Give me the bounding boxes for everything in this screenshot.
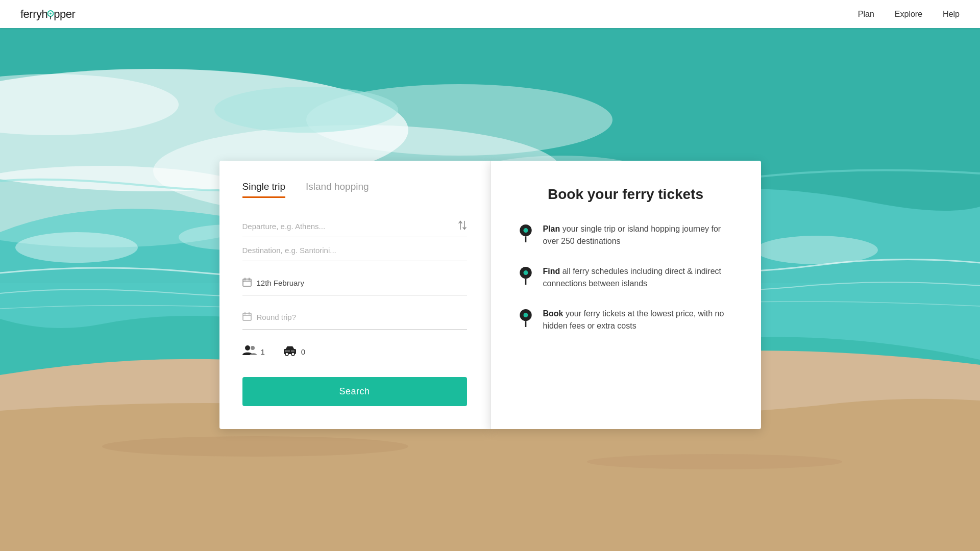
- swap-icon: [458, 219, 467, 231]
- pin-find-icon: [519, 266, 533, 285]
- info-item-find: Find all ferry schedules including direc…: [519, 265, 733, 290]
- departure-input[interactable]: [242, 216, 467, 237]
- departure-date-value: 12th February: [257, 279, 304, 287]
- return-date-placeholder: Round trip?: [257, 313, 297, 321]
- info-item-plan: Plan your single trip or island hopping …: [519, 223, 733, 247]
- info-desc-book: your ferry tickets at the lowest price, …: [543, 309, 724, 330]
- passengers-selector[interactable]: 1: [242, 345, 265, 359]
- destination-group: [242, 240, 467, 261]
- calendar-icon: [242, 278, 252, 289]
- svg-point-24: [285, 353, 288, 356]
- passengers-count: 1: [261, 347, 265, 356]
- svg-point-32: [523, 270, 528, 275]
- info-desc-find: all ferry schedules including direct & i…: [543, 267, 721, 288]
- svg-rect-26: [285, 350, 288, 352]
- pin-plan-icon: [519, 224, 533, 242]
- person-icon: [242, 345, 257, 356]
- search-card: Single trip Island hopping: [219, 161, 490, 429]
- info-bold-find: Find: [543, 267, 560, 276]
- logo-text: ferry: [20, 8, 42, 20]
- passengers-row: 1 0: [242, 345, 467, 359]
- search-button[interactable]: Search: [242, 377, 467, 406]
- info-bold-book: Book: [543, 309, 564, 318]
- return-date[interactable]: Round trip?: [242, 306, 467, 330]
- tabs: Single trip Island hopping: [242, 181, 467, 198]
- svg-point-34: [523, 313, 528, 317]
- svg-rect-28: [291, 350, 295, 352]
- svg-rect-19: [243, 279, 251, 286]
- nav-help[interactable]: Help: [943, 10, 960, 19]
- logo: ferryhpper: [20, 8, 75, 21]
- car-icon: [283, 345, 297, 356]
- svg-point-25: [291, 353, 295, 356]
- info-text-plan: Plan your single trip or island hopping …: [543, 223, 733, 247]
- calendar-icon-2: [242, 312, 252, 323]
- info-title: Book your ferry tickets: [519, 186, 733, 203]
- logo-pin-icon: [47, 10, 54, 19]
- pin-book-icon: [519, 309, 533, 327]
- header: ferryhpper Plan Explore Help: [0, 0, 980, 28]
- info-bold-plan: Plan: [543, 224, 560, 233]
- svg-point-17: [50, 12, 52, 14]
- nav-plan[interactable]: Plan: [858, 10, 874, 19]
- svg-rect-27: [288, 350, 290, 352]
- logo-hop: h: [42, 8, 48, 20]
- logo-text2: pper: [54, 8, 75, 20]
- svg-rect-20: [243, 313, 251, 320]
- destination-input[interactable]: [242, 240, 467, 261]
- main-content: Single trip Island hopping: [0, 28, 980, 551]
- vehicles-selector[interactable]: 0: [283, 345, 305, 359]
- calendar-svg-2: [242, 312, 252, 321]
- nav-explore[interactable]: Explore: [895, 10, 922, 19]
- calendar-svg: [242, 278, 252, 287]
- svg-point-21: [245, 345, 250, 350]
- info-desc-plan: your single trip or island hopping journ…: [543, 224, 721, 245]
- info-text-book: Book your ferry tickets at the lowest pr…: [543, 308, 733, 332]
- info-card: Book your ferry tickets Plan your single…: [491, 161, 761, 429]
- passengers-icon: [242, 345, 257, 359]
- info-text-find: Find all ferry schedules including direc…: [543, 265, 733, 290]
- tab-island-hopping[interactable]: Island hopping: [306, 181, 369, 198]
- tab-single-trip[interactable]: Single trip: [242, 181, 286, 198]
- info-item-book: Book your ferry tickets at the lowest pr…: [519, 308, 733, 332]
- vehicles-count: 0: [301, 347, 305, 356]
- vehicles-icon: [283, 345, 297, 359]
- departure-date[interactable]: 12th February: [242, 271, 467, 295]
- svg-point-22: [251, 346, 255, 350]
- svg-point-30: [523, 228, 528, 233]
- swap-button[interactable]: [458, 219, 467, 233]
- nav-links: Plan Explore Help: [858, 10, 960, 19]
- departure-group: [242, 216, 467, 237]
- cards-wrapper: Single trip Island hopping: [219, 161, 761, 429]
